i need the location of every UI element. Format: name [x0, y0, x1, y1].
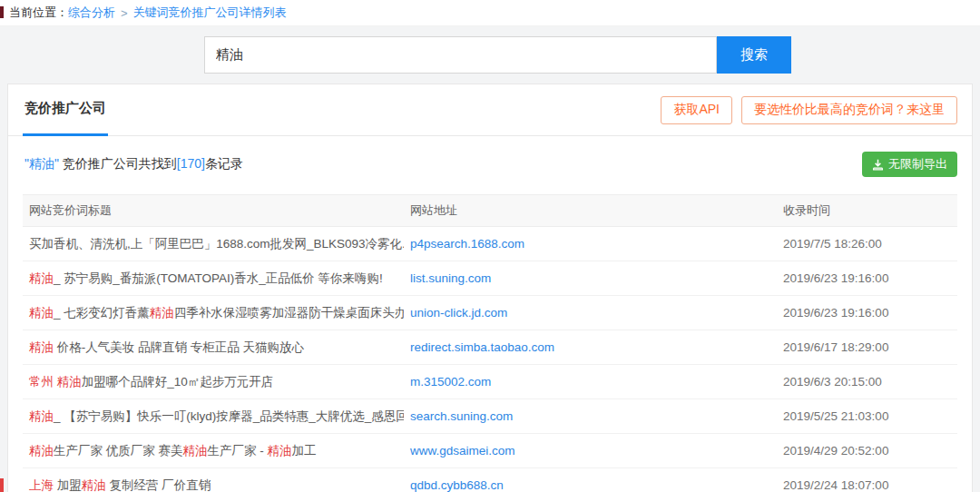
keyword-highlight: 精油 [29, 444, 54, 458]
site-url-link[interactable]: p4psearch.1688.com [410, 237, 524, 251]
table-row: 买加香机、清洗机,上「阿里巴巴」1688.com批发网_BLKS093冷雾化..… [23, 227, 957, 261]
site-url-cell: redirect.simba.taobao.com [404, 330, 777, 365]
table-row: 常州 精油加盟哪个品牌好_10㎡起步万元开店m.315002.com2019/6… [23, 365, 957, 399]
title-text-segment: 四季补水保湿喷雾加湿器防干燥桌面床头办... [174, 306, 404, 320]
keyword-highlight: 精油 [29, 409, 54, 423]
title-text-segment: 加工 [292, 444, 317, 458]
summary-highlight: "精油" [24, 156, 59, 171]
site-url-cell: search.suning.com [404, 399, 777, 434]
title-text-segment: 复制经营 厂价直销 [106, 478, 211, 492]
record-time-cell: 2019/5/25 21:03:00 [777, 399, 957, 434]
bid-title-cell: 精油_ 苏宁易购_番茄派(TOMATOPAI)香水_正品低价 等你来嗨购! [23, 261, 404, 296]
keyword-highlight: 常州 [29, 375, 54, 389]
bid-title-cell: 精油_ 【苏宁易购】快乐一叮(klyd)按摩器_品类特惠_大牌优选_感恩回... [23, 399, 404, 434]
table-row: 精油_ 七彩变幻灯香薰精油四季补水保湿喷雾加湿器防干燥桌面床头办...union… [23, 296, 957, 330]
table-row: 精油 价格-人气美妆 品牌直销 专柜正品 天猫购放心redirect.simba… [23, 330, 957, 365]
site-url-link[interactable]: www.gdsaimei.com [410, 444, 515, 458]
search-box: 搜索 [204, 36, 791, 74]
search-button[interactable]: 搜索 [717, 36, 791, 74]
export-button-label: 无限制导出 [888, 156, 947, 172]
col-header-title: 网站竞价词标题 [23, 195, 404, 227]
record-time-cell: 2019/7/5 18:26:00 [777, 227, 957, 261]
breadcrumb-label: 当前位置： [9, 5, 68, 21]
col-header-time: 收录时间 [777, 195, 957, 227]
screen-edge-artifact-bottom [0, 478, 4, 492]
download-icon [872, 159, 884, 171]
export-button[interactable]: 无限制导出 [862, 152, 957, 177]
bid-title-cell: 买加香机、清洗机,上「阿里巴巴」1688.com批发网_BLKS093冷雾化..… [23, 227, 404, 261]
site-url-link[interactable]: qdbd.cybb688.cn [410, 478, 504, 492]
header-actions: 获取API 要选性价比最高的竞价词？来这里 [661, 96, 957, 124]
site-url-cell: union-click.jd.com [404, 296, 777, 330]
keyword-highlight: 精油 [29, 340, 54, 354]
keyword-highlight: 精油 [29, 271, 54, 285]
title-text-segment: 加盟 [54, 478, 82, 492]
table-row: 精油_ 【苏宁易购】快乐一叮(klyd)按摩器_品类特惠_大牌优选_感恩回...… [23, 399, 957, 434]
tab-label: 竞价推广公司 [24, 100, 106, 117]
panel-header: 竞价推广公司 获取API 要选性价比最高的竞价词？来这里 [8, 84, 972, 136]
table-row: 精油_ 苏宁易购_番茄派(TOMATOPAI)香水_正品低价 等你来嗨购!lis… [23, 261, 957, 296]
title-text-segment: 价格-人气美妆 品牌直销 专柜正品 天猫购放心 [54, 340, 304, 354]
record-time-cell: 2019/2/24 18:07:00 [777, 468, 957, 492]
screen-edge-artifact-top [0, 6, 4, 18]
title-text-segment: 生产厂家 - [208, 444, 268, 458]
title-text-segment: 加盟哪个品牌好_10㎡起步万元开店 [82, 375, 274, 389]
table-header-row: 网站竞价词标题 网站地址 收录时间 [23, 195, 957, 227]
breadcrumb-link-analysis[interactable]: 综合分析 [68, 5, 115, 21]
title-text-segment: 生产厂家 优质厂家 赛美 [54, 444, 183, 458]
bid-title-cell: 精油生产厂家 优质厂家 赛美精油生产厂家 - 精油加工 [23, 434, 404, 468]
breadcrumb-link-detail-list[interactable]: 关键词竞价推广公司详情列表 [133, 5, 287, 21]
keyword-highlight: 精油 [150, 306, 174, 320]
table-row: 上海 加盟精油 复制经营 厂价直销qdbd.cybb688.cn2019/2/2… [23, 468, 957, 492]
site-url-cell: qdbd.cybb688.cn [404, 468, 777, 492]
record-time-cell: 2019/6/3 20:15:00 [777, 365, 957, 399]
result-summary: "精油" 竞价推广公司共找到[170]条记录 [24, 156, 243, 172]
site-url-link[interactable]: search.suning.com [410, 409, 513, 423]
bid-title-cell: 精油 价格-人气美妆 品牌直销 专柜正品 天猫购放心 [23, 330, 404, 365]
record-time-cell: 2019/6/23 19:16:00 [777, 261, 957, 296]
site-url-link[interactable]: m.315002.com [410, 375, 491, 389]
site-url-link[interactable]: list.suning.com [410, 271, 491, 285]
record-time-cell: 2019/6/23 19:16:00 [777, 296, 957, 330]
site-url-link[interactable]: redirect.simba.taobao.com [410, 340, 554, 354]
keyword-highlight: 精油 [57, 375, 82, 389]
keyword-highlight: 精油 [29, 306, 54, 320]
bid-title-cell: 常州 精油加盟哪个品牌好_10㎡起步万元开店 [23, 365, 404, 399]
tab-bidding-companies[interactable]: 竞价推广公司 [23, 84, 108, 136]
main-panel: 竞价推广公司 获取API 要选性价比最高的竞价词？来这里 "精油" 竞价推广公司… [7, 84, 973, 492]
search-input[interactable] [204, 36, 717, 74]
search-section: 搜索 [0, 26, 980, 84]
get-api-button[interactable]: 获取API [661, 96, 732, 124]
record-time-cell: 2019/4/29 20:52:00 [777, 434, 957, 468]
keyword-highlight: 精油 [268, 444, 292, 458]
keyword-highlight: 精油 [82, 478, 106, 492]
keyword-highlight: 精油 [183, 444, 208, 458]
site-url-cell: m.315002.com [404, 365, 777, 399]
title-text-segment: 买加香机、清洗机,上「阿里巴巴」1688.com批发网_BLKS093冷雾化..… [29, 237, 404, 251]
site-url-cell: p4psearch.1688.com [404, 227, 777, 261]
site-url-cell: list.suning.com [404, 261, 777, 296]
page-root: 当前位置： 综合分析 > 关键词竞价推广公司详情列表 搜索 竞价推广公司 获取A… [0, 0, 980, 492]
best-bidding-words-button[interactable]: 要选性价比最高的竞价词？来这里 [741, 96, 957, 124]
title-text-segment: _ 七彩变幻灯香薰 [54, 306, 150, 320]
summary-row: "精油" 竞价推广公司共找到[170]条记录 无限制导出 [8, 136, 972, 189]
table-head: 网站竞价词标题 网站地址 收录时间 [23, 195, 957, 227]
table-body: 买加香机、清洗机,上「阿里巴巴」1688.com批发网_BLKS093冷雾化..… [23, 227, 957, 492]
site-url-cell: www.gdsaimei.com [404, 434, 777, 468]
title-text-segment: _ 【苏宁易购】快乐一叮(klyd)按摩器_品类特惠_大牌优选_感恩回... [54, 409, 404, 423]
site-url-link[interactable]: union-click.jd.com [410, 306, 507, 320]
bid-title-cell: 上海 加盟精油 复制经营 厂价直销 [23, 468, 404, 492]
breadcrumb: 当前位置： 综合分析 > 关键词竞价推广公司详情列表 [0, 0, 980, 26]
table-row: 精油生产厂家 优质厂家 赛美精油生产厂家 - 精油加工www.gdsaimei.… [23, 434, 957, 468]
results-table: 网站竞价词标题 网站地址 收录时间 买加香机、清洗机,上「阿里巴巴」1688.c… [23, 194, 957, 492]
col-header-url: 网站地址 [404, 195, 777, 227]
summary-text-segment: 条记录 [205, 156, 243, 171]
title-text-segment: _ 苏宁易购_番茄派(TOMATOPAI)香水_正品低价 等你来嗨购! [54, 271, 383, 285]
record-time-cell: 2019/6/17 18:29:00 [777, 330, 957, 365]
bid-title-cell: 精油_ 七彩变幻灯香薰精油四季补水保湿喷雾加湿器防干燥桌面床头办... [23, 296, 404, 330]
summary-text-segment: 竞价推广公司共找到 [59, 156, 177, 171]
keyword-highlight: 上海 [29, 478, 54, 492]
breadcrumb-separator: > [121, 6, 128, 20]
summary-highlight: [170] [177, 156, 205, 171]
